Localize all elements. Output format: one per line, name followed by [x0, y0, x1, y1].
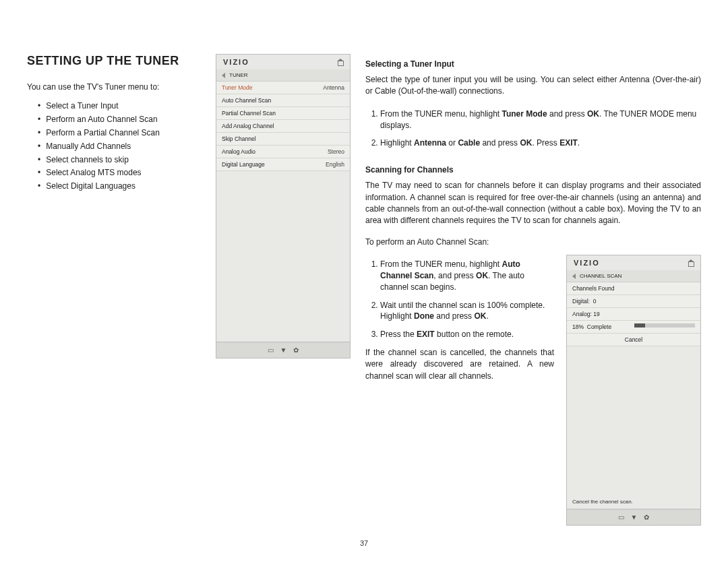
scan-row-found: Channels Found — [567, 282, 700, 295]
section-para: The TV may need to scan for channels bef… — [365, 180, 701, 227]
section-heading-scanning: Scanning for Channels — [365, 165, 701, 175]
menu-row-label: Skip Channel — [222, 135, 256, 142]
menu-row-label: Analog: 19 — [572, 311, 600, 317]
gear-icon: ✿ — [644, 513, 649, 521]
wide-icon: ▭ — [618, 513, 624, 521]
page-number: 37 — [0, 539, 728, 547]
breadcrumb: CHANNEL SCAN — [580, 273, 621, 279]
menu-row-label: Digital Language — [222, 161, 265, 168]
menu-row-digital-lang: Digital Language English — [216, 158, 350, 171]
auto-scan-steps: From the TUNER menu, highlight Auto Chan… — [365, 259, 554, 340]
menu-row-label: Digital: 0 — [572, 298, 596, 305]
tuner-input-steps: From the TUNER menu, highlight Tuner Mod… — [365, 108, 701, 156]
scan-row-cancel: Cancel — [567, 334, 700, 346]
home-icon — [688, 259, 695, 266]
menu-row-value: Stereo — [328, 148, 344, 155]
list-item: Select Digital Languages — [38, 180, 202, 193]
panel-footer-icons: ▭ ▼ ✿ — [567, 509, 700, 525]
home-icon — [337, 59, 344, 65]
gear-icon: ✿ — [293, 346, 299, 354]
step-item: Highlight Antenna or Cable and press OK.… — [380, 137, 701, 149]
menu-row-skip-channel: Skip Channel — [216, 133, 350, 146]
cancel-label: Cancel — [625, 336, 642, 343]
menu-row-label: Add Analog Channel — [222, 123, 274, 129]
progress-text: 18% Complete — [572, 323, 611, 330]
section-para: Select the type of tuner input you will … — [365, 74, 701, 98]
step-item: Wait until the channel scan is 100% comp… — [380, 300, 554, 323]
intro-text: You can use the TV's Tuner menu to: — [27, 82, 202, 93]
menu-row-value: Antenna — [323, 84, 344, 91]
breadcrumb: TUNER — [229, 72, 248, 78]
page-heading: SETTING UP THE TUNER — [27, 54, 202, 68]
menu-row-auto-scan: Auto Channel Scan — [216, 94, 350, 107]
menu-row-analog-audio: Analog Audio Stereo — [216, 146, 350, 158]
scan-row-digital: Digital: 0 — [567, 295, 700, 308]
brand-logo: VIZIO — [574, 259, 600, 267]
scan-row-analog: Analog: 19 — [567, 308, 700, 321]
lead-text: To perform an Auto Channel Scan: — [365, 237, 701, 248]
channel-scan-panel: VIZIO CHANNEL SCAN Channels Found Digita… — [566, 255, 701, 526]
menu-row-label: Analog Audio — [222, 148, 255, 155]
menu-row-label: Partial Channel Scan — [222, 110, 276, 117]
brand-logo: VIZIO — [223, 58, 249, 66]
menu-row-label: Tuner Mode — [222, 84, 253, 91]
list-item: Select channels to skip — [38, 154, 202, 167]
wide-icon: ▭ — [268, 346, 274, 354]
tuner-capabilities-list: Select a Tuner Input Perform an Auto Cha… — [27, 100, 202, 193]
list-item: Select a Tuner Input — [38, 100, 202, 113]
scan-row-progress: 18% Complete — [567, 321, 700, 334]
progress-bar — [634, 323, 695, 327]
step-item: From the TUNER menu, highlight Auto Chan… — [380, 259, 554, 292]
menu-row-value: English — [326, 161, 344, 168]
list-item: Perform a Partial Channel Scan — [38, 127, 202, 140]
menu-row-label: Auto Channel Scan — [222, 97, 271, 104]
menu-row-partial-scan: Partial Channel Scan — [216, 107, 350, 120]
menu-row-label: Channels Found — [572, 285, 614, 292]
v-icon: ▼ — [280, 346, 287, 354]
v-icon: ▼ — [631, 513, 638, 521]
menu-row-tuner-mode: Tuner Mode Antenna — [216, 82, 350, 94]
menu-row-add-analog: Add Analog Channel — [216, 120, 350, 133]
back-arrow-icon — [222, 73, 225, 78]
step-item: Press the EXIT button on the remote. — [380, 329, 554, 340]
scan-hint: Cancel the channel scan. — [567, 495, 700, 509]
section-heading-tuner-input: Selecting a Tuner Input — [365, 59, 701, 69]
scan-note: If the channel scan is cancelled, the ch… — [365, 347, 554, 382]
step-item: From the TUNER menu, highlight Tuner Mod… — [380, 108, 701, 131]
back-arrow-icon — [572, 274, 576, 279]
panel-footer-icons: ▭ ▼ ✿ — [216, 342, 350, 358]
list-item: Manually Add Channels — [38, 140, 202, 154]
tuner-menu-panel: VIZIO TUNER Tuner Mode Antenna Auto Chan… — [216, 54, 351, 358]
list-item: Perform an Auto Channel Scan — [38, 113, 202, 127]
list-item: Select Analog MTS modes — [38, 166, 202, 180]
